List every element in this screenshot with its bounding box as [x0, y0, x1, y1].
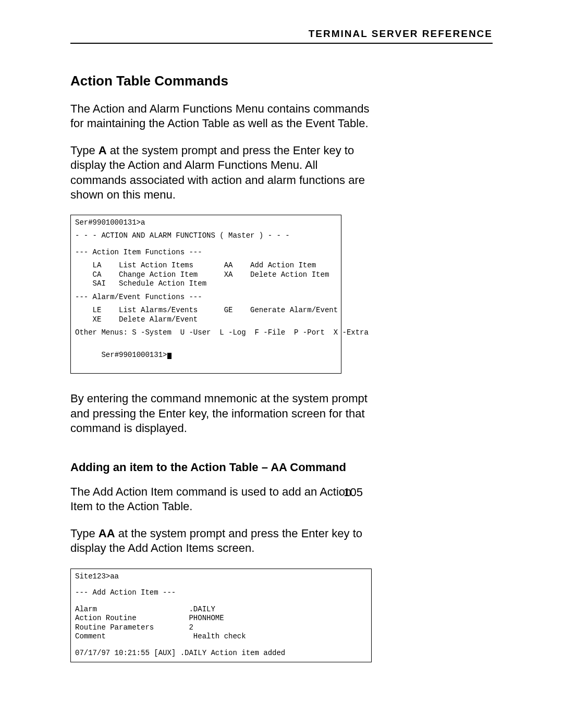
- cursor-icon: [167, 353, 172, 359]
- header-rule: [70, 43, 493, 44]
- section-title: Action Table Commands: [70, 73, 493, 89]
- running-head: TERMINAL SERVER REFERENCE: [70, 28, 493, 43]
- group2-header: --- Alarm/Event Functions ---: [75, 293, 337, 302]
- prompt-text: Ser#9901000131>: [101, 351, 167, 359]
- subsection-title: Adding an item to the Action Table – AA …: [70, 461, 493, 474]
- aa-field-row: Routine Parameters 2: [75, 623, 367, 633]
- menu-row: XE Delete Alarm/Event: [75, 315, 337, 325]
- text: Type: [70, 144, 99, 157]
- terminal-menu-box: Ser#9901000131>a - - - ACTION AND ALARM …: [70, 215, 341, 374]
- menu-row: LA List Action Items AA Add Action Item: [75, 261, 337, 270]
- prompt-line: Ser#9901000131>a: [75, 218, 337, 228]
- text: Type: [70, 527, 99, 540]
- menu-row: CA Change Action Item XA Delete Action I…: [75, 270, 337, 280]
- menu-row: SAI Schedule Action Item: [75, 279, 337, 289]
- aa-field-row: Action Routine PHONHOME: [75, 614, 367, 623]
- page-number: 105: [344, 486, 363, 499]
- key-aa: AA: [99, 527, 115, 540]
- subsection-para-1: The Add Action Item command is used to a…: [70, 485, 370, 514]
- subsection-para-2: Type AA at the system prompt and press t…: [70, 526, 370, 556]
- key-a: A: [99, 144, 107, 157]
- section-para-1: The Action and Alarm Functions Menu cont…: [70, 102, 370, 131]
- aa-field-row: Comment Health check: [75, 632, 367, 641]
- prompt-line-bottom: Ser#9901000131>: [75, 342, 337, 369]
- after-box-para: By entering the command mnemonic at the …: [70, 391, 370, 435]
- text: at the system prompt and press the Enter…: [70, 144, 365, 201]
- other-menus-line: Other Menus: S -System U -User L -Log F …: [75, 328, 337, 338]
- aa-header: --- Add Action Item ---: [75, 588, 367, 598]
- page: TERMINAL SERVER REFERENCE Action Table C…: [0, 0, 563, 728]
- prompt-line: Site123>aa: [75, 572, 367, 582]
- group1-header: --- Action Item Functions ---: [75, 248, 337, 257]
- aa-status-line: 07/17/97 10:21:55 [AUX] .DAILY Action it…: [75, 649, 367, 658]
- aa-field-row: Alarm .DAILY: [75, 605, 367, 614]
- section-para-2: Type A at the system prompt and press th…: [70, 143, 370, 202]
- menu-row: LE List Alarms/Events GE Generate Alarm/…: [75, 306, 337, 315]
- menu-title: - - - ACTION AND ALARM FUNCTIONS ( Maste…: [75, 231, 337, 241]
- terminal-aa-box: Site123>aa --- Add Action Item --- Alarm…: [70, 569, 372, 663]
